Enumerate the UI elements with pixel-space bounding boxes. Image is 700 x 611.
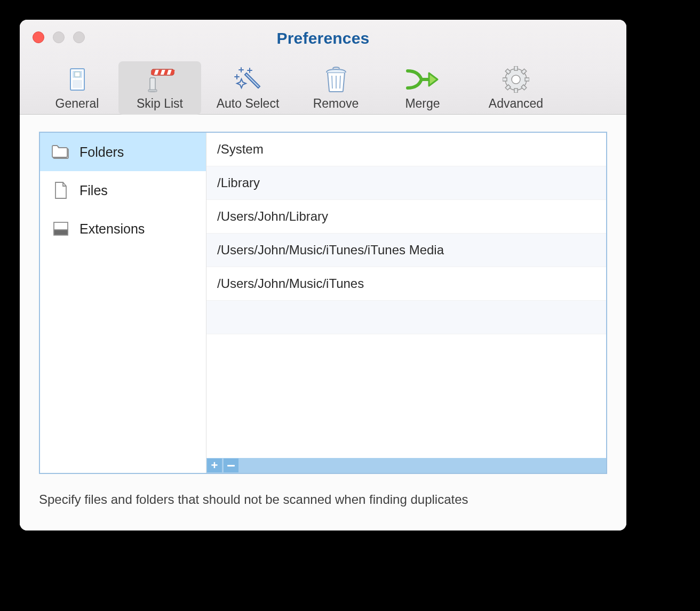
svg-rect-15 [525,78,529,81]
svg-rect-5 [148,90,157,92]
list-footer: + [206,458,606,473]
tab-label: Advanced [489,97,543,111]
path-row[interactable]: /Users/John/Music/iTunes [206,267,606,301]
tab-label: General [55,97,99,111]
tab-merge[interactable]: Merge [377,61,468,115]
tab-label: Auto Select [217,97,280,111]
svg-rect-22 [54,230,68,235]
tab-advanced[interactable]: Advanced [468,61,564,115]
description-text: Specify files and folders that should no… [39,492,607,507]
path-text: /Users/John/Library [217,209,328,224]
svg-rect-13 [514,89,518,93]
tab-label: Skip List [137,97,183,111]
sidebar-item-extensions[interactable]: Extensions [40,210,206,248]
toolbar-tabs: General [36,61,610,115]
category-sidebar: Folders Files [40,133,206,473]
extension-icon [52,220,70,238]
window-title: Preferences [20,29,626,47]
titlebar: Preferences General [20,20,626,115]
tab-auto-select[interactable]: Auto Select [201,61,295,115]
path-text: /System [217,142,264,157]
skip-list-panel: Folders Files [39,132,607,474]
svg-rect-12 [514,66,518,70]
barrier-icon [145,66,175,93]
path-list-area: /System /Library /Users/John/Library /Us… [206,133,606,473]
path-text: /Users/John/Music/iTunes/iTunes Media [217,243,444,258]
plus-icon: + [211,459,218,472]
path-text: /Library [217,175,260,190]
folder-icon [52,143,70,161]
sidebar-item-label: Folders [79,144,124,160]
tab-remove[interactable]: Remove [295,61,377,115]
path-row[interactable]: /Library [206,166,606,200]
svg-rect-2 [75,72,80,77]
merge-arrow-icon [405,66,440,93]
tab-label: Merge [405,97,440,111]
preferences-window: Preferences General [20,20,626,530]
path-list[interactable]: /System /Library /Users/John/Library /Us… [206,133,606,458]
remove-button[interactable] [224,459,238,472]
path-text: /Users/John/Music/iTunes [217,276,364,291]
path-row[interactable]: /Users/John/Library [206,200,606,234]
path-row[interactable]: /System [206,133,606,166]
tab-general[interactable]: General [36,61,118,115]
tab-label: Remove [313,97,359,111]
tab-skip-list[interactable]: Skip List [118,61,201,115]
path-row-empty [206,301,606,334]
svg-rect-14 [503,78,507,81]
trash-icon [324,66,348,93]
minus-icon [227,465,235,467]
document-icon [52,181,70,199]
switch-icon [65,66,90,93]
sidebar-item-folders[interactable]: Folders [40,133,206,171]
content-area: Folders Files [20,115,626,530]
gear-icon [503,66,529,93]
sidebar-item-label: Extensions [79,221,145,237]
add-button[interactable]: + [207,459,222,472]
sidebar-item-label: Files [79,183,108,198]
svg-rect-3 [73,80,82,88]
svg-point-20 [512,75,520,84]
sidebar-item-files[interactable]: Files [40,171,206,210]
path-row[interactable]: /Users/John/Music/iTunes/iTunes Media [206,234,606,267]
wand-sparkle-icon [234,66,262,93]
